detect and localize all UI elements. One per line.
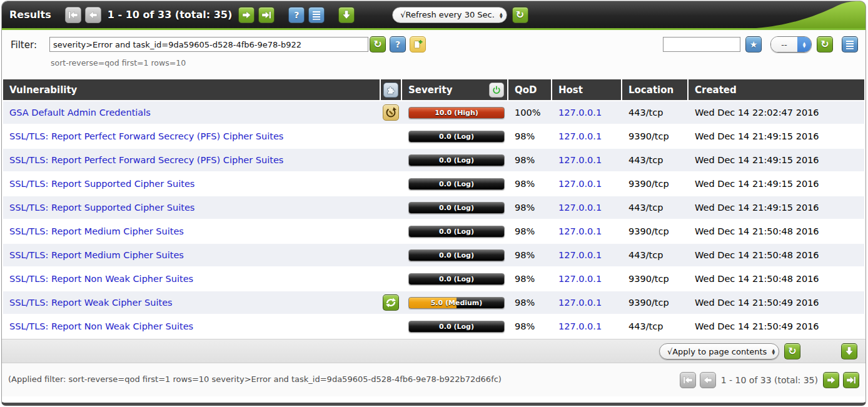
filter-name-input[interactable] [663, 37, 740, 52]
created-value: Wed Dec 14 21:49:15 2016 [689, 196, 864, 219]
first-page-button[interactable] [680, 372, 696, 388]
apply-to-value: √Apply to page contents [667, 347, 767, 356]
apply-to-select[interactable]: √Apply to page contents ▲▼ [659, 343, 779, 359]
filter-extra-terms: sort-reverse=qod first=1 rows=10 [51, 58, 186, 68]
created-value: Wed Dec 14 21:50:48 2016 [689, 268, 864, 290]
severity-bar: 0.0 (Log) [408, 131, 505, 143]
refresh-now-icon[interactable]: ↻ [512, 7, 528, 23]
vulnerability-link[interactable]: SSL/TLS: Report Supported Cipher Suites [9, 203, 194, 213]
next-page-button[interactable] [823, 372, 839, 388]
column-header-location[interactable]: Location [622, 79, 687, 100]
filter-label: Filter: [11, 39, 37, 51]
new-filter-icon[interactable] [410, 36, 426, 53]
download-icon[interactable] [338, 7, 355, 23]
host-link[interactable]: 127.0.0.1 [558, 179, 602, 189]
refresh-interval-select[interactable]: √Refresh every 30 Sec. ▲▼ [392, 7, 507, 23]
severity-bar: 0.0 (Log) [408, 202, 505, 214]
severity-bar: 0.0 (Log) [408, 321, 505, 333]
qod-value: 98% [508, 268, 551, 290]
table-rows: GSA Default Admin Credentials 10.0 (High… [3, 101, 864, 338]
select-arrows-icon: ▲▼ [500, 12, 503, 18]
column-header-vulnerability[interactable]: Vulnerability [3, 79, 380, 100]
host-link[interactable]: 127.0.0.1 [558, 298, 602, 308]
vulnerability-link[interactable]: SSL/TLS: Report Non Weak Cipher Suites [9, 274, 193, 284]
host-link[interactable]: 127.0.0.1 [558, 131, 602, 141]
qod-value: 98% [508, 315, 551, 338]
host-link[interactable]: 127.0.0.1 [558, 321, 602, 331]
bulk-download-icon[interactable] [841, 343, 857, 359]
host-link[interactable]: 127.0.0.1 [558, 274, 602, 284]
vulnerability-link[interactable]: SSL/TLS: Report Medium Cipher Suites [9, 250, 184, 260]
column-header-host[interactable]: Host [552, 79, 621, 100]
column-header-severity[interactable]: Severity [402, 79, 507, 100]
solution-type-column-header[interactable] [381, 79, 401, 100]
pagination-label: 1 - 10 of 33 (total: 35) [108, 9, 233, 21]
severity-label: 0.0 (Log) [409, 250, 504, 261]
first-page-button[interactable] [65, 7, 81, 23]
page-title: Results [9, 9, 51, 21]
filters-list-icon[interactable] [842, 36, 858, 53]
solution-type-cell [381, 173, 401, 195]
qod-value: 100% [508, 101, 551, 124]
pagination-label: 1 - 10 of 33 (total: 35) [721, 375, 818, 385]
table-header-row: Vulnerability Severity QoD Host [3, 79, 864, 100]
puzzle-icon [383, 83, 398, 98]
host-link[interactable]: 127.0.0.1 [558, 155, 602, 165]
severity-label: 0.0 (Log) [409, 203, 504, 213]
severity-cell: 0.0 (Log) [402, 149, 507, 171]
workaround-icon[interactable] [383, 104, 399, 121]
host-link[interactable]: 127.0.0.1 [558, 226, 602, 236]
severity-cell: 0.0 (Log) [402, 244, 507, 266]
host-link[interactable]: 127.0.0.1 [558, 108, 602, 118]
created-value: Wed Dec 14 21:49:15 2016 [689, 149, 864, 171]
saved-filters-select[interactable]: -- ▲▼ [770, 36, 812, 53]
last-page-button[interactable] [258, 7, 275, 23]
severity-label: 0.0 (Log) [409, 321, 504, 332]
update-filter-icon[interactable]: ↻ [370, 36, 386, 53]
severity-bar: 10.0 (High) [408, 107, 505, 119]
location-value: 9390/tcp [622, 220, 687, 243]
solution-type-cell [381, 291, 401, 314]
severity-cell: 0.0 (Log) [402, 125, 507, 148]
applied-filter-text: (Applied filter: sort-reverse=qod first=… [8, 374, 502, 384]
filter-bar: Filter: ↻ ? sort-reverse=qod first=1 row… [2, 30, 865, 79]
vulnerability-link[interactable]: SSL/TLS: Report Supported Cipher Suites [9, 179, 194, 189]
table-row: SSL/TLS: Report Medium Cipher Suites 0.0… [3, 220, 864, 243]
severity-cell: 0.0 (Log) [402, 196, 507, 219]
vulnerability-link[interactable]: SSL/TLS: Report Perfect Forward Secrecy … [9, 155, 283, 165]
solution-type-cell [381, 149, 401, 171]
apply-saved-filter-icon[interactable]: ↻ [817, 36, 833, 53]
previous-page-button[interactable] [700, 372, 716, 388]
severity-header-label: Severity [408, 84, 452, 96]
host-link[interactable]: 127.0.0.1 [558, 203, 602, 213]
created-value: Wed Dec 14 22:02:47 2016 [689, 101, 864, 124]
severity-label: 0.0 (Log) [409, 226, 504, 237]
apply-refresh-icon[interactable]: ↻ [784, 343, 800, 359]
filter-help-icon[interactable]: ? [390, 36, 406, 53]
vulnerability-link[interactable]: SSL/TLS: Report Non Weak Cipher Suites [9, 321, 193, 331]
vulnerability-link[interactable]: SSL/TLS: Report Medium Cipher Suites [9, 226, 184, 236]
bottom-pagination: 1 - 10 of 33 (total: 35) [680, 372, 859, 388]
qod-value: 98% [508, 125, 551, 148]
location-value: 9390/tcp [622, 268, 687, 290]
vulnerability-link[interactable]: SSL/TLS: Report Perfect Forward Secrecy … [9, 131, 283, 141]
severity-cell: 10.0 (High) [402, 101, 507, 124]
previous-page-button[interactable] [85, 7, 101, 23]
dynamic-severity-power-icon[interactable] [489, 83, 504, 98]
filter-input[interactable] [49, 37, 368, 52]
next-page-button[interactable] [238, 7, 255, 23]
mitigate-icon[interactable] [383, 294, 399, 311]
last-page-button[interactable] [843, 372, 859, 388]
table-row: SSL/TLS: Report Non Weak Cipher Suites 0… [3, 315, 864, 338]
vulnerability-link[interactable]: SSL/TLS: Report Weak Cipher Suites [9, 298, 173, 308]
help-icon[interactable]: ? [288, 7, 305, 23]
location-value: 9390/tcp [622, 291, 687, 314]
host-link[interactable]: 127.0.0.1 [558, 250, 602, 260]
column-header-created[interactable]: Created [689, 79, 864, 100]
vulnerability-link[interactable]: GSA Default Admin Credentials [9, 108, 151, 118]
location-value: 9390/tcp [622, 125, 687, 148]
list-view-icon[interactable] [308, 7, 325, 23]
severity-cell: 0.0 (Log) [402, 220, 507, 243]
save-filter-star-icon[interactable]: ★ [745, 36, 762, 53]
column-header-qod[interactable]: QoD [508, 79, 551, 100]
